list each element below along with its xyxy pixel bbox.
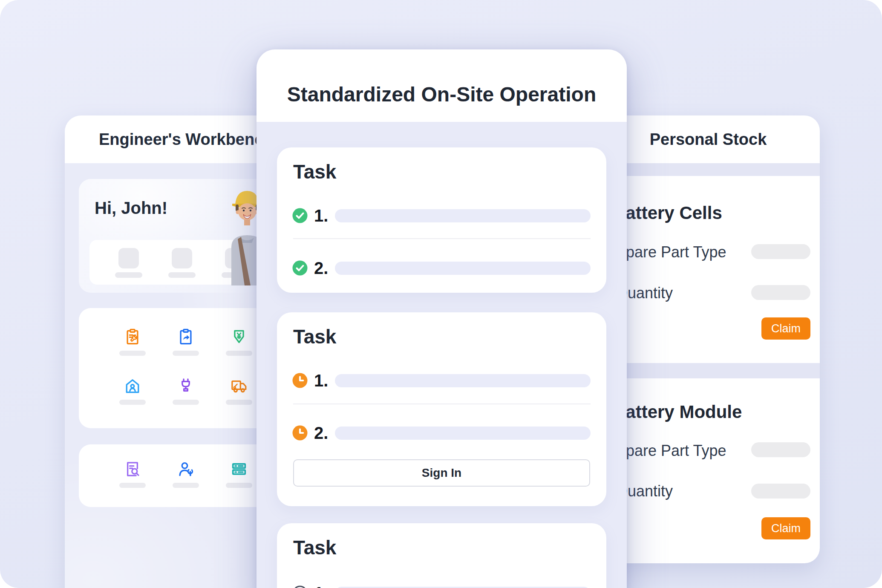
task-item-number: 2. [314, 259, 328, 277]
feature-charging[interactable] [165, 377, 206, 405]
task-card-completed: Task 1. 2. [277, 147, 606, 293]
row-divider [293, 238, 591, 239]
claim-button-battery-module[interactable]: Claim [761, 517, 810, 539]
task-item-row: 2. [277, 260, 606, 276]
section-divider-band [597, 363, 820, 378]
document-search-icon [123, 460, 142, 478]
tool-inspection[interactable] [112, 460, 153, 488]
task-item-number: 2. [314, 424, 328, 442]
task-card-pending: Task 1. 2. [277, 312, 606, 506]
task-card-title: Task [293, 325, 336, 348]
tool-assets[interactable] [219, 460, 259, 488]
task-item-number: 1. [314, 584, 328, 588]
transfer-clipboard-icon [176, 328, 195, 346]
task-item-text-placeholder [335, 374, 591, 387]
task-card-upcoming: Task 1. [277, 523, 606, 588]
clock-outline-icon [292, 585, 308, 588]
service-truck-icon [230, 377, 248, 395]
tool-label-placeholder [226, 483, 252, 488]
feature-home-visit[interactable] [112, 377, 153, 405]
task-item-text-placeholder [335, 209, 591, 222]
spare-part-type-label: Spare Part Type [616, 442, 726, 460]
feature-transfer[interactable] [165, 328, 206, 356]
home-visit-icon [123, 377, 142, 395]
greeting-text: Hi, John! [95, 198, 167, 218]
claim-button-battery-cells[interactable]: Claim [761, 317, 810, 340]
feature-label-placeholder [173, 400, 199, 405]
stat-label-placeholder [115, 272, 142, 278]
stat-label-placeholder [168, 272, 196, 278]
feature-label-placeholder [119, 400, 146, 405]
stat-icon-placeholder [172, 248, 192, 268]
workbench-title: Engineer's Workbench [99, 129, 274, 150]
feature-service-truck[interactable] [219, 377, 259, 405]
asset-servers-icon [230, 460, 248, 478]
feature-label-placeholder [226, 351, 252, 356]
receive-payment-icon [230, 328, 248, 346]
task-item-text-placeholder [335, 427, 591, 440]
task-item-row: 2. [277, 425, 606, 441]
stat-icon-placeholder [118, 248, 139, 268]
app-showcase: Engineer's Workbench Hi, John! [0, 0, 882, 588]
personal-stock-title: Personal Stock [597, 129, 820, 150]
spare-part-type-value-placeholder [751, 442, 810, 457]
stat-placeholder [108, 240, 149, 285]
clock-icon [292, 373, 308, 388]
check-circle-icon [292, 260, 308, 276]
section-title-battery-cells: Battery Cells [613, 202, 722, 224]
work-order-icon [123, 328, 142, 346]
sign-in-button[interactable]: Sign In [293, 459, 590, 487]
onsite-operation-title: Standardized On-Site Operation [257, 83, 627, 107]
task-item-row: 1. [277, 373, 606, 388]
charging-plug-icon [176, 377, 195, 395]
feature-label-placeholder [119, 351, 146, 356]
onsite-operation-panel: Standardized On-Site Operation Task 1. [257, 49, 627, 588]
feature-work-order[interactable] [112, 328, 153, 356]
task-item-row: 1. [277, 585, 606, 588]
engineer-wrench-icon [176, 460, 195, 478]
tool-label-placeholder [173, 483, 199, 488]
quantity-value-placeholder [751, 285, 810, 300]
task-item-number: 1. [314, 371, 328, 390]
spare-part-type-label: Spare Part Type [616, 243, 726, 261]
clock-icon [292, 425, 308, 441]
tool-engineer[interactable] [165, 460, 206, 488]
tool-label-placeholder [119, 483, 146, 488]
feature-receive-payment[interactable] [219, 328, 259, 356]
section-title-battery-module: Battery Module [613, 401, 742, 423]
stat-placeholder [161, 240, 202, 285]
task-card-title: Task [293, 536, 336, 559]
check-circle-icon [292, 208, 308, 223]
task-item-number: 1. [314, 206, 328, 225]
spare-part-type-value-placeholder [751, 244, 810, 259]
feature-label-placeholder [226, 400, 252, 405]
quantity-value-placeholder [751, 484, 810, 499]
feature-label-placeholder [173, 351, 199, 356]
personal-stock-panel: Personal Stock Battery Cells Spare Part … [597, 115, 820, 563]
section-divider-band [597, 163, 820, 176]
task-item-text-placeholder [335, 262, 591, 275]
task-item-row: 1. [277, 208, 606, 223]
task-card-title: Task [293, 160, 336, 183]
row-divider [293, 404, 591, 404]
onsite-operation-header: Standardized On-Site Operation [257, 49, 627, 122]
